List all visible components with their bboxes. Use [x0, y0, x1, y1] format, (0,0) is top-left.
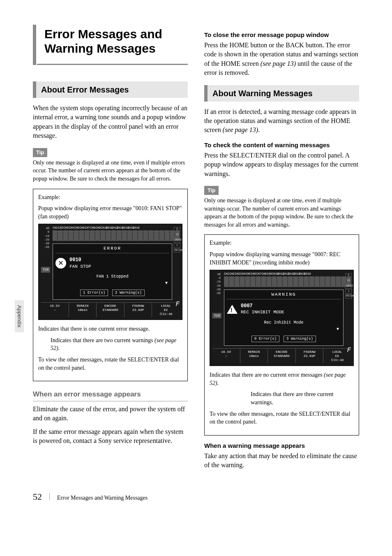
warning-msg: REC INHIBIT MODE [241, 309, 284, 315]
example-label: Example: [38, 193, 182, 202]
appendix-tab: Appendix [15, 300, 24, 332]
example-desc: Popup window displaying error message "0… [38, 204, 182, 220]
when-error-appears-heading: When an error message appears [33, 389, 188, 401]
tcr-badge: TCR [41, 267, 50, 272]
warning-code: 0007 [241, 303, 284, 310]
scroll-arrow-icon: ▼ [55, 280, 168, 286]
example-label: Example: [210, 239, 354, 247]
popup-frame: WARNING 0007 REC INHIBIT MODE Rec Inhibi… [224, 290, 344, 346]
status-row: 16.5V⎓ REMAIN10min ENCODESTANDARD F65RAW… [212, 348, 351, 363]
tip-text: Only one message is displayed at one tim… [204, 197, 359, 229]
tcr-badge: TCR [212, 313, 221, 318]
db-scale: dB0-10-20-30-60 [42, 227, 49, 249]
footer-title: Error Messages and Warning Messages [57, 494, 148, 502]
check-warning-text: Press the SELECT/ENTER dial on the contr… [204, 151, 359, 178]
warning-count: 2 Warning(s) [112, 290, 145, 297]
popup-title: ERROR [55, 246, 169, 253]
remedy-text-2: If the same error message appears again … [33, 427, 188, 446]
chapter-title: Error Messages and Warning Messages [44, 27, 181, 56]
tip-badge: Tip [33, 148, 47, 157]
view-other-text: To view the other messages, rotate the S… [210, 410, 354, 426]
callout-one-error: Indicates that there is one current erro… [38, 325, 182, 333]
warning-intro-text: If an error is detected, a warning messa… [204, 107, 359, 135]
close-popup-heading: To close the error message popup window [204, 30, 359, 39]
popup-title: WARNING [227, 292, 341, 299]
scroll-arrow-icon: ▼ [227, 327, 339, 332]
when-warning-appears-heading: When a warning message appears [204, 441, 359, 450]
page-number: 52 [33, 491, 42, 503]
error-intro-text: When the system stops operating incorrec… [33, 104, 188, 141]
error-screen: dB0-10-20-30-60 CH1CH2CH3CH4CH5CH6CH7CH8… [38, 224, 182, 320]
view-other-text: To view the other messages, rotate the S… [38, 356, 182, 372]
popup-frame: ERROR ✕ 0010 FAN STOP FAN 1 Stopped ▼ 1 … [53, 243, 172, 300]
warning-count: 3 Warning(s) [284, 336, 316, 343]
status-row: 16.5V⎓ REMAIN10min ENCODESTANDARD F65RAW… [41, 302, 180, 317]
warning-sub: Rec Inhibit Mode [227, 320, 341, 326]
channel-labels: CH1CH2CH3CH4CH5CH6CH7CH8CH9CH10CH11CH12C… [224, 273, 351, 276]
error-count: 0 Error(s) [251, 336, 279, 343]
warning-screen: dB0-10-20-30-60 CH1CH2CH3CH4CH5CH6CH7CH8… [210, 270, 354, 366]
callout-no-errors: Indicates that there are no current erro… [210, 371, 354, 387]
channel-labels: CH1CH2CH3CH4CH5CH6CH7CH8CH9CH10CH11CH12C… [53, 227, 180, 229]
example-box-error: Example: Popup window displaying error m… [33, 189, 188, 382]
remedy-text-1: Eliminate the cause of the error, and po… [33, 405, 188, 423]
warning-icon [227, 305, 238, 314]
right-strip: 5160000▯RECINHI [174, 227, 180, 253]
check-warning-heading: To check the content of warning messages [204, 141, 359, 149]
section-about-warning: About Warning Messages [204, 85, 359, 102]
example-box-warning: Example: Popup window displaying warning… [204, 234, 359, 435]
example-desc: Popup window displaying warning message … [210, 250, 354, 266]
right-strip: 5160000▯RECINHI [345, 273, 352, 299]
right-column: To close the error message popup window … [204, 25, 359, 474]
section-about-error: About Error Messages [33, 81, 188, 98]
error-icon: ✕ [55, 258, 66, 269]
tip-text: Only one message is displayed at one tim… [33, 159, 188, 183]
left-column: Error Messages and Warning Messages Abou… [33, 25, 188, 474]
callout-three-warnings: Indicates that there are three current w… [251, 390, 354, 406]
close-popup-text: Press the HOME button or the BACK button… [204, 41, 359, 78]
warning-remedy-text: Take any action that may be needed to el… [204, 452, 359, 470]
error-sub: FAN 1 Stopped [55, 274, 169, 280]
callout-two-warnings: Indicates that there are two current war… [51, 336, 182, 352]
error-code: 0010 [69, 257, 91, 264]
chapter-title-box: Error Messages and Warning Messages [33, 25, 188, 65]
db-scale: dB0-10-20-30-60 [213, 273, 221, 295]
error-msg: FAN STOP [69, 264, 91, 270]
tip-badge: Tip [204, 186, 219, 195]
f-label: F [175, 300, 180, 309]
f-label: F [347, 346, 351, 355]
page-footer: 52 Error Messages and Warning Messages [33, 491, 359, 503]
error-count: 1 Error(s) [80, 290, 108, 297]
